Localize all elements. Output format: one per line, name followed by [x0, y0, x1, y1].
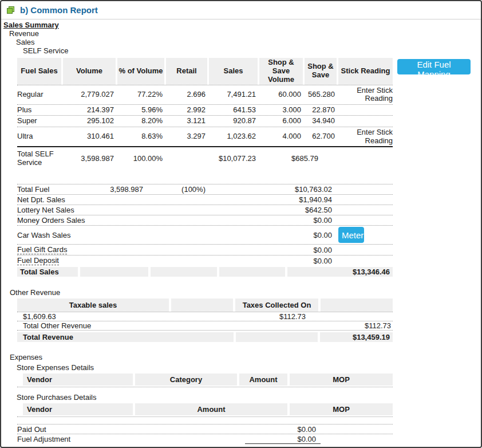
section-expenses: Expenses	[10, 353, 481, 361]
cell-total-volume: 3,598.987	[63, 154, 116, 163]
total-revenue-row: Total Revenue $13,459.19	[17, 332, 393, 342]
outline-self-service: SELF Service	[23, 46, 481, 55]
col-header-volume: Volume	[63, 58, 116, 85]
page-title: b) Common Report	[20, 5, 98, 15]
cell-volume: 310.461	[63, 132, 116, 141]
cell-value: $0.00	[209, 246, 334, 254]
cell-spacer	[236, 332, 318, 342]
row-label-fuel-gift-cards[interactable]: Fuel Gift Cards	[17, 245, 67, 254]
edit-fuel-mapping-button[interactable]: Edit Fuel Mapping	[397, 59, 471, 74]
cell-shop-save: 565.280	[305, 91, 337, 99]
row-label: Lottery Net Sales	[17, 206, 80, 214]
cell-spacer	[151, 267, 217, 277]
row-label: Paid Out	[17, 425, 244, 434]
section-other-revenue: Other Revenue	[10, 288, 481, 297]
row-total-other-revenue: Total Other Revenue $112.73	[17, 321, 393, 331]
report-window: b) Common Report Sales Summary Revenue S…	[0, 0, 482, 448]
row-label: Total Fuel	[17, 185, 80, 194]
cell-shop-save: 62.700	[305, 132, 337, 141]
cell-shop-save-volume: 60.000	[259, 91, 303, 99]
col-header-amount: Amount	[135, 403, 287, 415]
col-header-pct-volume: % of Volume	[117, 58, 164, 85]
row-fuel-gift-cards: Fuel Gift Cards $0.00	[17, 245, 393, 256]
row-paid-out: Paid Out $0.00	[17, 424, 393, 434]
cell-pct-volume: 5.96%	[117, 106, 164, 115]
store-purchases-details-label: Store Purchases Details	[17, 393, 481, 402]
enter-stick-reading-link[interactable]: Enter Stick Reading	[338, 128, 393, 145]
fuel-total-row: Total SELF Service 3,598.987 100.00% $10…	[17, 146, 393, 170]
cell-total-shop-save: $685.79	[259, 154, 337, 163]
cell-fuel-name: Super	[17, 117, 61, 125]
cell-sales: 641.53	[209, 106, 258, 115]
col-header-fuel-sales: Fuel Sales	[17, 58, 61, 85]
cell-value: $0.00	[209, 216, 334, 225]
outline-revenue: Revenue	[9, 29, 481, 38]
cell-taxable-sales: $1,609.63	[17, 312, 233, 321]
cell-value: $0.00	[322, 446, 393, 448]
col-header-mop: MOP	[290, 403, 393, 415]
cell-shop-save-volume: 3.000	[259, 106, 303, 115]
row-label: Fuel Adjustment	[17, 435, 244, 443]
col-header-shop-save: Shop & Save	[305, 58, 337, 85]
enter-stick-reading-link[interactable]: Enter Stick Reading	[338, 87, 393, 103]
row-fuel-deposit: Fuel Deposit $0.00	[17, 256, 393, 266]
cell-pct-volume: 8.63%	[117, 132, 164, 141]
row-total-expenses: Total Expenses $0.00	[17, 446, 393, 448]
cell-total-label: Total SELF Service	[17, 150, 61, 167]
row-label: Total Expenses	[17, 446, 244, 448]
total-sales-label: Total Sales	[17, 267, 78, 277]
col-header-spacer	[321, 298, 393, 312]
total-sales-row: Total Sales $13,346.46	[17, 267, 393, 277]
row-fuel-adjustment: Fuel Adjustment $0.00	[17, 434, 393, 444]
col-header-vendor: Vendor	[23, 403, 133, 415]
row-label: Car Wash Sales	[17, 231, 80, 239]
row-label-fuel-deposit[interactable]: Fuel Deposit	[17, 256, 59, 265]
cell-shop-save: 22.870	[305, 106, 337, 115]
fuel-row-ultra: Ultra 310.461 8.63% 3.297 1,023.62 4.000…	[17, 127, 393, 146]
cell-volume: 3,598.987	[82, 185, 145, 194]
cell-fuel-name: Plus	[17, 106, 61, 115]
cell-sales: 1,023.62	[209, 132, 258, 141]
row-label: Total Other Revenue	[17, 321, 365, 330]
sales-summary-table: Total Fuel 3,598.987 (100%) $10,763.02 N…	[17, 184, 393, 277]
title-bar: b) Common Report	[1, 1, 481, 19]
total-revenue-value: $13,459.19	[320, 332, 393, 342]
cell-retail: 2.696	[166, 91, 207, 99]
total-sales-value: $13,346.46	[287, 267, 393, 277]
cell-spacer	[80, 267, 148, 277]
meter-button[interactable]: Meter	[338, 227, 364, 243]
fuel-row-super: Super 295.102 8.20% 3.121 920.87 6.000 3…	[17, 116, 393, 127]
section-sales-summary[interactable]: Sales Summary	[3, 21, 481, 29]
outline-sales: Sales	[16, 38, 481, 46]
row-total-fuel: Total Fuel 3,598.987 (100%) $10,763.02	[17, 184, 393, 195]
cell-pct: (100%)	[147, 185, 207, 194]
total-revenue-label: Total Revenue	[17, 332, 234, 342]
cell-total-pct: 100.00%	[117, 154, 164, 163]
cell-value: $0.00	[209, 231, 334, 239]
col-header-vendor: Vendor	[23, 374, 133, 386]
cell-value: $0.00	[245, 425, 321, 434]
row-label: Net Dpt. Sales	[17, 195, 80, 204]
cascade-windows-icon	[6, 6, 15, 14]
cell-sales: 920.87	[209, 117, 258, 125]
col-header-sales: Sales	[209, 58, 258, 85]
row-net-dpt-sales: Net Dpt. Sales $1,940.94	[17, 195, 393, 205]
cell-total-sales: $10,077.23	[209, 154, 258, 163]
cell-retail: 2.992	[166, 106, 207, 115]
cell-pct-volume: 8.20%	[117, 117, 164, 125]
cell-value: $642.50	[209, 206, 334, 214]
cell-fuel-name: Regular	[17, 91, 61, 99]
col-header-spacer	[171, 298, 233, 312]
cell-value: $1,940.94	[209, 195, 334, 204]
other-revenue-data-row: $1,609.63 $112.73	[17, 312, 393, 321]
cell-value: $0.00	[245, 435, 321, 444]
col-header-stick-reading: Stick Reading	[338, 58, 393, 85]
row-lottery-net-sales: Lottery Net Sales $642.50	[17, 205, 393, 215]
cell-shop-save-volume: 4.000	[259, 132, 303, 141]
expenses-totals-table: Paid Out $0.00 Fuel Adjustment $0.00 Tot…	[17, 424, 393, 448]
report-outline: Sales Summary Revenue Sales SELF Service	[1, 21, 481, 55]
row-label: Money Orders Sales	[17, 216, 80, 225]
other-revenue-table: Taxable sales Taxes Collected On $1,609.…	[17, 298, 393, 342]
other-revenue-header-row: Taxable sales Taxes Collected On	[17, 298, 393, 312]
col-header-amount: Amount	[239, 374, 287, 386]
